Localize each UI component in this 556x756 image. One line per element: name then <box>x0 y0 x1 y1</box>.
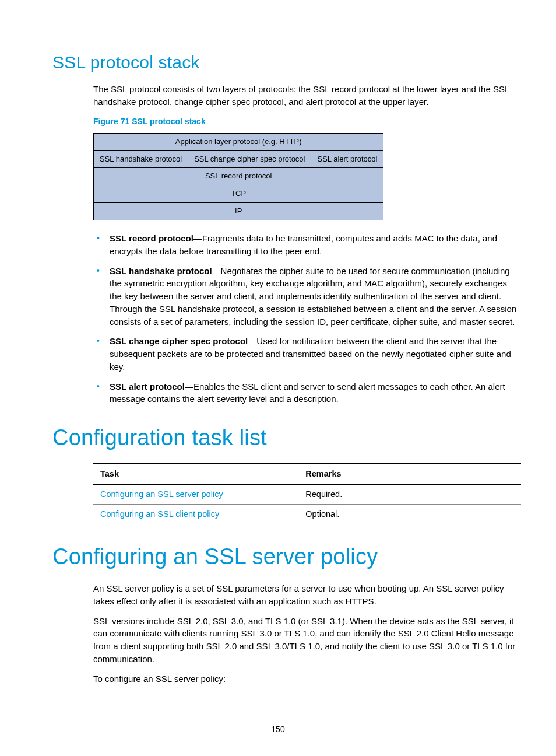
link-ssl-client-policy[interactable]: Configuring an SSL client policy <box>100 509 219 519</box>
table-row: Configuring an SSL client policy Optiona… <box>93 505 521 524</box>
heading-configuring-ssl-server-policy: Configuring an SSL server policy <box>52 544 521 569</box>
section3-body: An SSL server policy is a set of SSL par… <box>93 582 521 685</box>
stack-record: SSL record protocol <box>94 168 383 186</box>
bullet-term: SSL alert protocol <box>110 382 185 391</box>
table-row: Configuring an SSL server policy Require… <box>93 485 521 505</box>
bullet-term: SSL handshake protocol <box>110 266 212 276</box>
task-head-task: Task <box>93 464 298 485</box>
stack-tcp: TCP <box>94 186 383 203</box>
paragraph: An SSL server policy is a set of SSL par… <box>93 582 521 608</box>
intro-paragraph: The SSL protocol consists of two layers … <box>93 83 521 108</box>
remarks-cell: Optional. <box>298 505 521 524</box>
stack-handshake: SSL handshake protocol <box>94 150 188 168</box>
stack-change-cipher: SSL change cipher spec protocol <box>188 150 311 168</box>
stack-alert: SSL alert protocol <box>311 150 383 168</box>
task-head-remarks: Remarks <box>298 464 521 485</box>
page-number: 150 <box>0 724 556 734</box>
figure-caption: Figure 71 SSL protocol stack <box>93 116 521 127</box>
bullet-record: SSL record protocol—Fragments data to be… <box>93 232 521 258</box>
bullet-term: SSL record protocol <box>110 233 193 243</box>
bullet-term: SSL change cipher spec protocol <box>110 336 248 346</box>
remarks-cell: Required. <box>298 485 521 505</box>
section1-body: The SSL protocol consists of two layers … <box>93 83 521 405</box>
section2-body: Task Remarks Configuring an SSL server p… <box>93 463 521 524</box>
paragraph: To configure an SSL server policy: <box>93 673 521 685</box>
page: SSL protocol stack The SSL protocol cons… <box>0 0 556 756</box>
heading-config-task-list: Configuration task list <box>52 425 521 450</box>
bullet-change-cipher: SSL change cipher spec protocol—Used for… <box>93 335 521 373</box>
bullet-alert: SSL alert protocol—Enables the SSL clien… <box>93 380 521 406</box>
protocol-stack-diagram: Application layer protocol (e.g. HTTP) S… <box>93 133 383 220</box>
heading-ssl-protocol-stack: SSL protocol stack <box>52 52 521 72</box>
stack-app-layer: Application layer protocol (e.g. HTTP) <box>94 133 383 150</box>
bullet-handshake: SSL handshake protocol—Negotiates the ci… <box>93 265 521 328</box>
paragraph: SSL versions include SSL 2.0, SSL 3.0, a… <box>93 615 521 666</box>
task-table: Task Remarks Configuring an SSL server p… <box>93 463 521 524</box>
stack-ip: IP <box>94 203 383 220</box>
protocol-bullets: SSL record protocol—Fragments data to be… <box>93 232 521 405</box>
link-ssl-server-policy[interactable]: Configuring an SSL server policy <box>100 489 223 499</box>
